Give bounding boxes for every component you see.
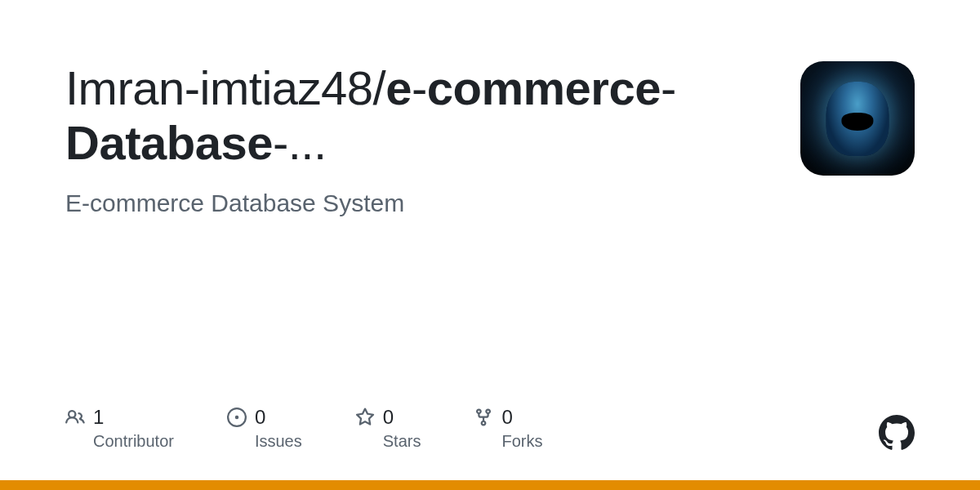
repo-title: Imran-imtiaz48/e-commerce-Database-... bbox=[65, 61, 760, 170]
title-slash: / bbox=[373, 61, 386, 114]
people-icon bbox=[65, 408, 85, 427]
github-logo-icon bbox=[879, 415, 915, 451]
repo-stats: 1 Contributor 0 Issues 0 Stars 0 Forks bbox=[65, 406, 542, 451]
stat-contributors: 1 Contributor bbox=[65, 406, 174, 451]
language-bar bbox=[0, 480, 980, 490]
repo-owner: Imran-imtiaz48 bbox=[65, 61, 373, 114]
stat-stars: 0 Stars bbox=[355, 406, 421, 451]
stat-forks: 0 Forks bbox=[474, 406, 542, 451]
stat-issues: 0 Issues bbox=[227, 406, 302, 451]
repo-description: E-commerce Database System bbox=[65, 189, 760, 217]
contributors-count: 1 bbox=[93, 406, 104, 429]
title-dash3: - bbox=[273, 116, 288, 169]
issues-count: 0 bbox=[255, 406, 265, 429]
repo-name-part1: e bbox=[385, 61, 412, 114]
stars-count: 0 bbox=[383, 406, 394, 429]
contributors-label: Contributor bbox=[93, 432, 174, 451]
owner-avatar bbox=[800, 61, 915, 176]
repo-content: Imran-imtiaz48/e-commerce-Database-... E… bbox=[65, 61, 760, 217]
forks-label: Forks bbox=[501, 432, 542, 451]
repo-name-part2: commerce bbox=[427, 61, 661, 114]
fork-icon bbox=[474, 408, 493, 427]
stars-label: Stars bbox=[383, 432, 421, 451]
issues-label: Issues bbox=[255, 432, 302, 451]
star-icon bbox=[355, 408, 375, 427]
repo-name-part3: Database bbox=[65, 116, 273, 169]
issue-icon bbox=[227, 408, 247, 427]
forks-count: 0 bbox=[501, 406, 512, 429]
title-dash1: - bbox=[412, 61, 427, 114]
title-ellipsis: ... bbox=[288, 116, 327, 169]
repo-card: Imran-imtiaz48/e-commerce-Database-... E… bbox=[0, 0, 980, 217]
title-dash2: - bbox=[661, 61, 676, 114]
